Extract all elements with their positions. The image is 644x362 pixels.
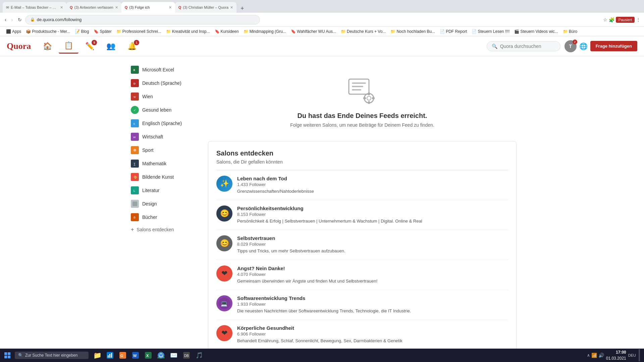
bookmark-steuern-videos[interactable]: 🎬Steuern Videos wic... [512, 28, 560, 35]
taskbar-app-taskmanager[interactable] [104, 349, 116, 361]
svg-text:W: W [133, 96, 136, 98]
taskbar-app-mail[interactable]: ✉️ [168, 349, 180, 361]
sidebar-add-salons[interactable]: + Salons entdecken [127, 224, 201, 235]
bookmark-kursideen[interactable]: 🔖Kursideen [213, 28, 241, 35]
sidebar-item-literatur[interactable]: L Literatur [127, 184, 201, 197]
gesund-icon: ✓ [131, 106, 139, 114]
sidebar: X Microsoft Excel D Deutsch (Sprache) W … [127, 63, 201, 358]
reload-button[interactable]: ↻ [16, 16, 23, 24]
nav-people[interactable]: 👥 [101, 39, 121, 53]
sidebar-item-buecher[interactable]: B Bücher [127, 210, 201, 224]
address-bar[interactable]: 🔒 de.quora.com/following [25, 15, 260, 24]
bookmark-wahlfaecher[interactable]: 🔖Wahlfächer WU Aus... [289, 28, 338, 35]
taskbar-volume-icon[interactable]: 🔊 [598, 353, 604, 358]
sidebar-label-wirtschaft: Wirtschaft [142, 134, 163, 139]
svg-rect-31 [363, 97, 366, 99]
sidebar-item-deutsch[interactable]: D Deutsch (Sprache) [127, 76, 201, 90]
bookmark-spaeter[interactable]: 🔖Später [92, 28, 113, 35]
taskbar-app-word[interactable]: W [129, 349, 142, 361]
salon-name-gesundheit[interactable]: Körperliche Gesundheit [237, 325, 508, 331]
avatar-button[interactable]: T 2 [565, 40, 577, 52]
salon-desc-angst: Gemeinsam überwinden wir Ängste und find… [237, 278, 508, 284]
bookmark-star-button[interactable]: ☆ [603, 17, 607, 22]
sidebar-item-bildende-kunst[interactable]: 🎨 Bildende Kunst [127, 170, 201, 184]
back-button[interactable]: ‹ [3, 15, 8, 24]
taskbar-app-music[interactable]: 🎵 [193, 349, 205, 361]
nav-home[interactable]: 🏠 [38, 39, 57, 53]
tab-close-antworten[interactable]: ✕ [115, 5, 118, 10]
feed-end: Du hast das Ende Deines Feeds erreicht. … [208, 63, 517, 138]
quora-logo[interactable]: Quora [7, 41, 31, 51]
nav-write[interactable]: ✏️ 5 [80, 39, 100, 53]
bookmark-kreativitaet[interactable]: 📁Kreativität und Insp... [164, 28, 212, 35]
deutsch-icon: D [131, 79, 139, 87]
salon-name-persoenlichkeit[interactable]: Persönlichkeitsentwicklung [237, 205, 508, 211]
taskbar-clock[interactable]: 17:00 01.03.2021 [606, 349, 626, 361]
taskbar-app-excel[interactable]: X [142, 349, 154, 361]
bookmark-apps[interactable]: ⬛Apps [4, 28, 23, 35]
sidebar-item-design[interactable]: Design [127, 197, 201, 210]
taskbar-show-desktop[interactable] [639, 349, 640, 361]
bookmark-blog[interactable]: 📝Blog [73, 28, 91, 35]
salon-name-angst[interactable]: Angst? Nein Danke! [237, 265, 508, 271]
start-button[interactable] [1, 349, 13, 361]
svg-rect-26 [352, 89, 361, 90]
taskbar-network-icon[interactable]: 📶 [591, 353, 597, 358]
tab-title-folge: (3) Folge ich [129, 5, 167, 9]
salon-name-leben[interactable]: Leben nach dem Tod [237, 176, 508, 181]
profile-button[interactable]: Pausiert [616, 17, 635, 23]
bookmark-produktsuche[interactable]: 📦Produktsuche - Mer... [24, 28, 72, 35]
svg-text:W: W [133, 136, 136, 139]
salon-avatar-gesundheit: ❤ [216, 325, 232, 341]
quora-header: Quora 🏠 📋 ✏️ 5 👥 🔔 1 🔍 [0, 36, 644, 56]
svg-rect-35 [4, 352, 7, 355]
tab-close-christian[interactable]: ✕ [230, 5, 233, 10]
browser-tab-folge[interactable]: Q (3) Folge ich ✕ [121, 2, 175, 13]
sidebar-item-sport[interactable]: Sport [127, 143, 201, 157]
browser-menu-button[interactable]: ⋮ [636, 17, 641, 22]
taskbar-search-label: Zur Suche Text hier eingeben [25, 353, 78, 358]
sidebar-item-gesund-leben[interactable]: ✓ Gesund leben [127, 103, 201, 117]
browser-tab-antworten[interactable]: Q (3) Antworten verfassen ✕ [66, 2, 121, 13]
taskbar-app-db[interactable]: DB [180, 349, 193, 361]
bookmark-pdf[interactable]: 📄PDF Report [438, 28, 469, 35]
search-input[interactable] [500, 44, 555, 49]
search-bar[interactable]: 🔍 [487, 41, 560, 51]
tab-add-button[interactable]: + [238, 4, 247, 13]
taskbar-right: ∧ 📶 🔊 17:00 01.03.2021 DEU [587, 349, 643, 361]
add-question-button[interactable]: Frage hinzufügen [590, 41, 637, 51]
salon-name-software[interactable]: Softwareentwicklung Trends [237, 295, 508, 301]
sidebar-item-mathematik[interactable]: ∑ Mathematik [127, 157, 201, 170]
sidebar-item-microsoft-excel[interactable]: X Microsoft Excel [127, 63, 201, 76]
sidebar-item-englisch[interactable]: E Englisch (Sprache) [127, 117, 201, 130]
browser-tab-email[interactable]: ✉ E-Mail – Tobias Becker – Outlook ✕ [3, 2, 66, 13]
sidebar-item-wien[interactable]: W Wien [127, 90, 201, 103]
taskbar-chevron-icon[interactable]: ∧ [587, 353, 590, 358]
bookmark-hochladen[interactable]: 📁Noch hochladen Bu... [388, 28, 437, 35]
salon-followers-software: 1.933 Follower [237, 302, 508, 307]
svg-rect-30 [368, 101, 370, 104]
taskbar-app-explorer[interactable]: 📁 [91, 349, 103, 361]
bookmark-buero[interactable]: 📁Büro [561, 28, 579, 35]
bookmark-mindmapping[interactable]: 📁Mindmapping (Gru... [241, 28, 288, 35]
tab-close-email[interactable]: ✕ [60, 5, 63, 10]
forward-button[interactable]: › [10, 15, 14, 24]
salon-name-selbstvertrauen[interactable]: Selbstvertrauen [237, 235, 508, 241]
nav-feed[interactable]: 📋 [59, 39, 78, 54]
svg-rect-25 [352, 86, 363, 87]
taskbar-app-chrome[interactable] [155, 349, 167, 361]
tab-close-folge[interactable]: ✕ [169, 5, 172, 10]
nav-notifications[interactable]: 🔔 1 [122, 39, 142, 53]
globe-button[interactable]: 🌐 [579, 42, 588, 50]
taskbar-app-git[interactable]: G [117, 349, 129, 361]
taskbar-search-box[interactable]: 🔍 Zur Suche Text hier eingeben [15, 352, 89, 359]
sidebar-item-wirtschaft[interactable]: W Wirtschaft [127, 130, 201, 143]
browser-tab-christian[interactable]: Q (3) Christian Müller – Quora ✕ [175, 2, 236, 13]
people-icon: 👥 [106, 42, 115, 51]
extensions-button[interactable]: 🧩 [609, 17, 614, 22]
svg-rect-42 [111, 353, 112, 358]
bookmark-deutsche-kurs[interactable]: 📁Deutsche Kurs + Vo... [339, 28, 388, 35]
bookmark-professionell[interactable]: 📁Professionell Schrei... [114, 28, 163, 35]
salon-desc-software: Die neuesten Nachrichten über Softwareen… [237, 308, 508, 314]
bookmark-steuern-lesen[interactable]: 📄Steuern Lesen !!!! [470, 28, 512, 35]
